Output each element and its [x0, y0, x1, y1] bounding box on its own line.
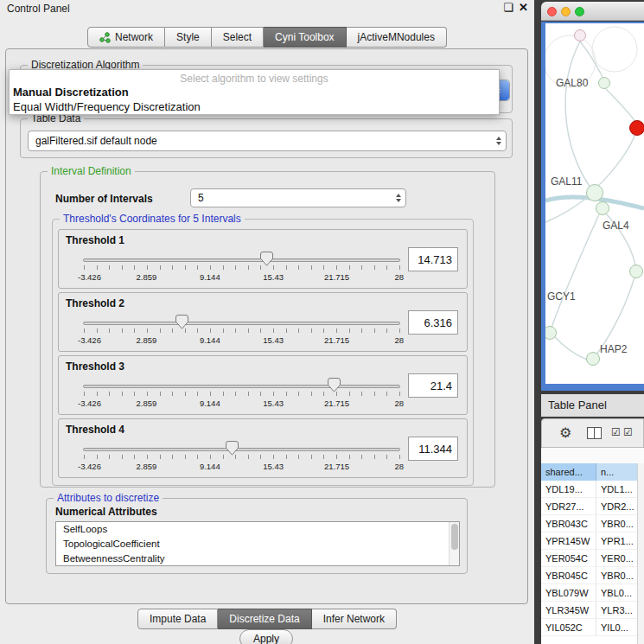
slider-track[interactable]: [83, 448, 400, 451]
table-row[interactable]: YBR045CYBR0...: [541, 567, 637, 584]
gear-icon[interactable]: ⚙: [559, 424, 571, 441]
tab-impute-data[interactable]: Impute Data: [137, 609, 218, 629]
columns-icon[interactable]: [587, 427, 602, 439]
threshold-1-slider[interactable]: -3.426 2.859 9.144 15.43 21.715 28: [83, 251, 400, 287]
table-scrollbar[interactable]: [637, 463, 644, 644]
table-data-combobox[interactable]: galFiltered.sif default node: [28, 131, 507, 151]
number-of-intervals-value: 5: [191, 192, 391, 204]
table-cell[interactable]: YBR0...: [596, 515, 637, 532]
scale-tick-label: 28: [394, 399, 404, 408]
network-node[interactable]: [586, 184, 603, 201]
network-node-selected[interactable]: [629, 120, 644, 136]
slider-thumb[interactable]: [260, 252, 273, 270]
table-row[interactable]: YDL19...YDL1...: [541, 481, 637, 498]
table-row[interactable]: YER054CYER0...: [541, 550, 637, 567]
tab-style[interactable]: Style: [165, 27, 212, 48]
float-window-icon[interactable]: ❏: [503, 1, 513, 14]
network-window-titlebar[interactable]: [541, 2, 644, 21]
slider-thumb[interactable]: [226, 441, 239, 459]
table-cell[interactable]: YDR27...: [541, 498, 596, 514]
table-cell[interactable]: YPR145W: [541, 532, 596, 549]
scale-tick-label: 21.715: [324, 335, 349, 345]
numerical-attributes-list[interactable]: SelfLoops TopologicalCoefficient Between…: [55, 521, 460, 566]
table-cell[interactable]: YLR3...: [596, 602, 637, 618]
slider-track[interactable]: [83, 322, 400, 325]
scale-tick-label: 2.859: [137, 399, 157, 408]
tab-discretize-data-label: Discretize Data: [229, 613, 299, 625]
combo-stepper-icon[interactable]: [491, 131, 506, 150]
table-cell[interactable]: YBR043C: [541, 515, 596, 532]
network-node[interactable]: [596, 201, 609, 215]
table-cell[interactable]: YBR045C: [541, 567, 596, 583]
table-cell[interactable]: YIL052C: [541, 619, 596, 635]
checkbox-icon[interactable]: ☑: [623, 426, 633, 438]
table-row[interactable]: YLR345WYLR3...: [541, 602, 637, 619]
scrollbar-thumb[interactable]: [451, 524, 458, 550]
table-cell[interactable]: YPR1...: [596, 532, 637, 549]
close-traffic-light[interactable]: [547, 7, 557, 16]
slider-track[interactable]: [83, 258, 400, 262]
slider-thumb[interactable]: [328, 378, 341, 396]
node-label: GCY1: [547, 290, 576, 303]
close-icon[interactable]: ✕: [519, 1, 528, 14]
tab-network[interactable]: Network: [87, 27, 165, 48]
tab-jactivemnodules[interactable]: jActiveMNodules: [347, 27, 447, 48]
threshold-4-slider[interactable]: -3.426 2.859 9.144 15.43 21.715 28: [83, 440, 400, 476]
tab-discretize-data[interactable]: Discretize Data: [218, 609, 311, 629]
scale-tick-label: 21.715: [324, 399, 349, 408]
scale-tick-label: 2.859: [137, 462, 157, 471]
number-of-intervals-combobox[interactable]: 5: [190, 188, 406, 207]
table-cell[interactable]: YBL0...: [596, 584, 637, 601]
table-row[interactable]: YPR145WYPR1...: [541, 532, 637, 550]
list-item[interactable]: TopologicalCoefficient: [56, 537, 459, 552]
table-cell[interactable]: YLR345W: [541, 602, 596, 618]
network-node[interactable]: [629, 265, 643, 278]
table-row[interactable]: YDR27...YDR2...: [541, 498, 637, 515]
network-canvas[interactable]: GAL80 GAL11 GAL4 GCY1 HAP2: [545, 23, 644, 384]
slider-thumb[interactable]: [175, 315, 188, 333]
table-cell[interactable]: YIL0...: [596, 619, 637, 635]
scale-tick-label: 15.43: [263, 335, 284, 345]
list-scrollbar[interactable]: [449, 522, 459, 565]
column-header-shared[interactable]: shared...: [541, 463, 596, 481]
node-label: GAL80: [556, 77, 588, 89]
tab-infer-network[interactable]: Infer Network: [312, 609, 397, 629]
threshold-3-value[interactable]: 21.4: [408, 373, 458, 398]
zoom-traffic-light[interactable]: [575, 7, 584, 16]
threshold-2-value[interactable]: 6.316: [408, 310, 458, 335]
threshold-4-value[interactable]: 11.344: [408, 437, 458, 461]
table-cell[interactable]: YER054C: [541, 550, 596, 566]
threshold-2-slider[interactable]: -3.426 2.859 9.144 15.43 21.715 28: [83, 314, 400, 350]
table-row[interactable]: YBL079WYBL0...: [541, 584, 637, 602]
minimize-traffic-light[interactable]: [561, 7, 571, 16]
network-node[interactable]: [574, 29, 586, 41]
apply-button[interactable]: Apply: [239, 629, 293, 644]
dropdown-option-manual-discretization[interactable]: Manual Discretization: [10, 85, 499, 99]
scale-tick-label: 21.715: [324, 272, 349, 282]
list-item[interactable]: BetweennessCentrality: [56, 552, 459, 566]
dropdown-option-equal-width[interactable]: Equal Width/Frequency Discretization: [10, 99, 499, 114]
combo-stepper-icon[interactable]: [391, 189, 405, 207]
threshold-4-panel: Threshold 4 -3.426 2.859 9.144 15.43 21: [58, 418, 468, 478]
network-node[interactable]: [586, 352, 600, 366]
table-cell[interactable]: YDL19...: [541, 481, 596, 497]
table-cell[interactable]: YBR0...: [596, 567, 637, 583]
table-cell[interactable]: YER0...: [596, 550, 637, 566]
table-row[interactable]: YBR043CYBR0...: [541, 515, 637, 532]
list-item[interactable]: SelfLoops: [56, 522, 459, 537]
network-node[interactable]: [598, 77, 610, 89]
table-cell[interactable]: YDL1...: [596, 481, 637, 497]
tab-impute-data-label: Impute Data: [150, 613, 206, 625]
table-row[interactable]: YIL052CYIL0...: [541, 619, 637, 636]
tab-cyni-toolbox[interactable]: Cyni Toolbox: [264, 27, 346, 48]
tab-select[interactable]: Select: [212, 27, 264, 48]
slider-track[interactable]: [83, 385, 400, 388]
table-cell[interactable]: YDR2...: [596, 498, 637, 514]
threshold-4-label: Threshold 4: [66, 424, 124, 436]
checkbox-icon[interactable]: ☑: [611, 426, 621, 438]
table-cell[interactable]: YBL079W: [541, 584, 596, 601]
node-label: GAL4: [603, 220, 629, 232]
table-header-row: shared... n...: [541, 463, 644, 481]
threshold-3-slider[interactable]: -3.426 2.859 9.144 15.43 21.715 28: [83, 377, 400, 413]
threshold-1-value[interactable]: 14.713: [408, 247, 458, 271]
